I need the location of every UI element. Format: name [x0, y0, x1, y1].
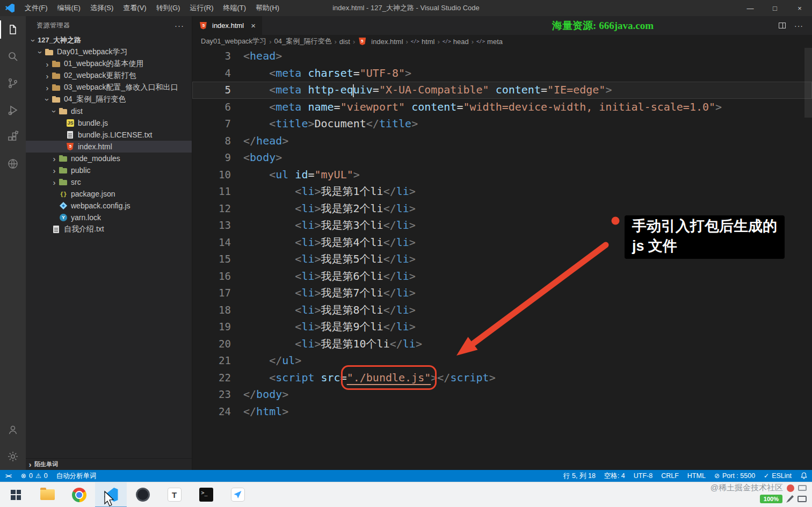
cursor-position[interactable]: 行 5, 列 18: [559, 470, 600, 482]
tree-item[interactable]: package.json: [26, 188, 192, 200]
breadcrumb-item[interactable]: 04_案例_隔行变色: [274, 37, 331, 46]
tree-item[interactable]: public: [26, 164, 192, 176]
tree-item[interactable]: src: [26, 176, 192, 188]
split-editor-icon[interactable]: [779, 23, 786, 28]
indentation[interactable]: 空格: 4: [600, 470, 629, 482]
tree-item[interactable]: bundle.js.LICENSE.txt: [26, 129, 192, 141]
chrome-icon[interactable]: [63, 482, 95, 507]
code-line-9[interactable]: 9<body>: [192, 149, 812, 166]
tree-item[interactable]: 01_webpack的基本使用: [26, 58, 192, 70]
language-mode[interactable]: HTML: [683, 470, 710, 482]
tree-item[interactable]: webpack.config.js: [26, 200, 192, 212]
vscode-taskbar-icon[interactable]: [95, 482, 127, 507]
notifications-bell-icon[interactable]: [796, 470, 812, 482]
menu-item-6[interactable]: 运行(R): [185, 0, 218, 16]
tab-index-html[interactable]: index.html ×: [192, 16, 262, 35]
tree-item[interactable]: 04_案例_隔行变色: [26, 93, 192, 105]
code-line-10[interactable]: 10 <ul id="myUL">: [192, 166, 812, 184]
source-control-icon[interactable]: [0, 70, 26, 97]
tree-item[interactable]: dist: [26, 105, 192, 117]
code-line-21[interactable]: 21 </ul>: [192, 352, 812, 370]
tab-close-icon[interactable]: ×: [251, 21, 256, 30]
menu-item-7[interactable]: 终端(T): [218, 0, 251, 16]
code-line-8[interactable]: 8</head>: [192, 133, 812, 150]
code-line-4[interactable]: 4 <meta charset="UTF-8">: [192, 65, 812, 82]
breadcrumb-item[interactable]: html: [411, 37, 435, 46]
more-actions-icon[interactable]: ···: [794, 21, 803, 30]
explorer-icon[interactable]: [0, 16, 26, 43]
code-line-20[interactable]: 20 <li>我是第10个li</li>: [192, 336, 812, 353]
code-editor[interactable]: 3<head>4 <meta charset="UTF-8">5 <meta h…: [192, 48, 812, 470]
code-line-18[interactable]: 18 <li>我是第8个li</li>: [192, 302, 812, 319]
editor-scrollbar[interactable]: [804, 48, 812, 118]
eol-sequence[interactable]: CRLF: [657, 470, 683, 482]
maximize-button[interactable]: □: [763, 0, 787, 16]
tree-item[interactable]: 02_webpack更新打包: [26, 70, 192, 82]
problems-indicator[interactable]: ⊗ 0 ⚠ 0: [17, 470, 52, 482]
code-token: >: [314, 185, 321, 198]
code-line-22[interactable]: 22 <script src="./bundle.js"></script>: [192, 370, 812, 387]
breadcrumb-item[interactable]: meta: [476, 37, 503, 46]
code-line-6[interactable]: 6 <meta name="viewport" content="width=d…: [192, 99, 812, 116]
battery-indicator[interactable]: 100%: [760, 495, 782, 503]
breadcrumb-item[interactable]: head: [443, 37, 469, 46]
menu-item-8[interactable]: 帮助(H): [251, 0, 284, 16]
code-line-24[interactable]: 24</html>: [192, 403, 812, 421]
menu-item-3[interactable]: 选择(S): [85, 0, 118, 16]
menu-item-4[interactable]: 查看(V): [118, 0, 151, 16]
file-explorer-icon[interactable]: [32, 482, 63, 507]
code-line-17[interactable]: 17 <li>我是第7个li</li>: [192, 285, 812, 302]
code-line-5[interactable]: 5 <meta http-equiv="X-UA-Compatible" con…: [192, 82, 812, 99]
code-line-11[interactable]: 11 <li>我是第1个li</li>: [192, 183, 812, 200]
code-line-19[interactable]: 19 <li>我是第9个li</li>: [192, 318, 812, 336]
encoding[interactable]: UTF-8: [629, 470, 657, 482]
terminal-icon[interactable]: [190, 482, 222, 507]
breadcrumb-item[interactable]: index.html: [358, 37, 403, 46]
code-token: [243, 337, 295, 350]
breadcrumb-item[interactable]: dist: [339, 38, 350, 46]
tree-item[interactable]: node_modules: [26, 153, 192, 164]
menu-item-1[interactable]: 文件(F): [20, 0, 53, 16]
tree-item[interactable]: Day01_webpack学习: [26, 46, 192, 58]
run-debug-icon[interactable]: [0, 97, 26, 124]
messenger-app-icon[interactable]: [222, 482, 253, 507]
code-line-16[interactable]: 16 <li>我是第6个li</li>: [192, 268, 812, 285]
code-token: >: [314, 320, 321, 333]
breadcrumb-item[interactable]: Day01_webpack学习: [201, 37, 266, 46]
minimize-button[interactable]: —: [738, 0, 763, 16]
code-token: >: [409, 286, 416, 299]
monitor-icon[interactable]: [798, 496, 807, 502]
tree-item[interactable]: bundle.js: [26, 117, 192, 129]
live-server-port[interactable]: ⊘ Port : 5500: [710, 470, 759, 482]
menu-item-5[interactable]: 转到(G): [151, 0, 185, 16]
remote-indicator[interactable]: ><: [0, 470, 17, 482]
sidebar-more-icon[interactable]: ···: [175, 21, 184, 30]
close-button[interactable]: ×: [787, 0, 812, 16]
settings-gear-icon[interactable]: [0, 443, 26, 470]
live-preview-icon[interactable]: [0, 150, 26, 177]
clock-app-icon[interactable]: [127, 482, 158, 507]
menu-item-2[interactable]: 编辑(E): [53, 0, 85, 16]
symbol-icon: [476, 37, 485, 46]
extensions-icon[interactable]: [0, 124, 26, 150]
start-button[interactable]: [0, 482, 32, 507]
tree-item[interactable]: index.html: [26, 141, 192, 153]
sidebar-section-words[interactable]: 陌生单词: [26, 458, 192, 470]
code-token: >: [314, 252, 321, 265]
code-line-7[interactable]: 7 <title>Document</title>: [192, 115, 812, 133]
search-icon[interactable]: [0, 43, 26, 70]
code-line-12[interactable]: 12 <li>我是第2个li</li>: [192, 200, 812, 218]
code-line-23[interactable]: 23</body>: [192, 386, 812, 403]
code-line-3[interactable]: 3<head>: [192, 48, 812, 65]
account-icon[interactable]: [0, 416, 26, 443]
eslint-status[interactable]: ✓ ESLint: [759, 470, 796, 482]
vscode-logo-icon[interactable]: [5, 4, 15, 13]
pen-icon[interactable]: [786, 495, 794, 503]
tree-item[interactable]: 03_webpack配置_修改入口和出口: [26, 82, 192, 93]
word-analysis-status[interactable]: 自动分析单词: [52, 470, 101, 482]
tree-item[interactable]: 自我介绍.txt: [26, 223, 192, 235]
tree-item[interactable]: yarn.lock: [26, 212, 192, 223]
code-token: <: [243, 49, 250, 62]
typora-icon[interactable]: [158, 482, 190, 507]
tree-item[interactable]: 127_大神之路: [26, 34, 192, 46]
